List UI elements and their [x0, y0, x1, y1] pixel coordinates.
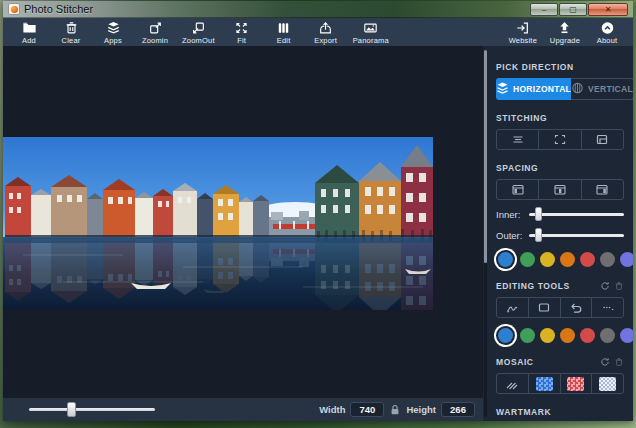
- color-swatch[interactable]: [600, 252, 615, 267]
- zoom-slider[interactable]: [29, 402, 155, 417]
- zoom-out-icon: [191, 21, 206, 35]
- color-swatch[interactable]: [600, 328, 615, 343]
- upgrade-button[interactable]: Upgrade: [545, 18, 585, 46]
- editing-tools-label: EDITING TOOLS: [496, 281, 570, 291]
- spacing-right-button[interactable]: [581, 180, 623, 199]
- website-button[interactable]: Website: [503, 18, 543, 46]
- trash-icon: [64, 21, 79, 35]
- color-swatch[interactable]: [498, 328, 513, 343]
- mosaic-label: MOSAIC: [496, 357, 534, 367]
- undo-button[interactable]: [560, 298, 592, 317]
- stitch-crop-line-button[interactable]: [581, 130, 623, 149]
- mosaic-blue-texture: [536, 377, 553, 391]
- panorama-button[interactable]: Panorama: [348, 18, 394, 46]
- website-icon: [515, 21, 530, 35]
- horizontal-layers-icon: [496, 82, 509, 96]
- color-swatch[interactable]: [560, 328, 575, 343]
- window-title: Photo Stitcher: [24, 3, 93, 15]
- spacing-left-button[interactable]: [497, 180, 538, 199]
- mosaic-reset-icon[interactable]: [600, 357, 610, 367]
- color-swatch[interactable]: [520, 328, 535, 343]
- mosaic-blue-button[interactable]: [528, 374, 560, 393]
- sidebar-scrollbar[interactable]: [484, 50, 487, 263]
- close-button[interactable]: ✕: [588, 3, 628, 16]
- sidebar-scrollbar-track: [484, 50, 487, 417]
- stitch-crop-button[interactable]: [538, 130, 580, 149]
- spacing-options: [496, 179, 624, 200]
- rectangle-tool-button[interactable]: [528, 298, 560, 317]
- color-swatch[interactable]: [498, 252, 513, 267]
- color-swatch[interactable]: [540, 252, 555, 267]
- zoom-in-button[interactable]: Zoomin: [135, 18, 175, 46]
- mosaic-light-button[interactable]: [591, 374, 623, 393]
- zoom-out-button[interactable]: ZoomOut: [177, 18, 220, 46]
- app-icon: [8, 3, 20, 15]
- upgrade-icon: [557, 21, 572, 35]
- inner-spacing-label: Inner:: [496, 209, 529, 220]
- minimize-button[interactable]: –: [530, 3, 558, 16]
- vertical-split-icon: [571, 82, 584, 96]
- canvas-area: Width Height: [3, 46, 483, 421]
- color-swatch[interactable]: [620, 252, 633, 267]
- mosaic-red-button[interactable]: [560, 374, 592, 393]
- color-swatch[interactable]: [540, 328, 555, 343]
- stitching-label: STITCHING: [496, 113, 624, 123]
- panorama-icon: [363, 21, 378, 35]
- about-button[interactable]: About: [587, 18, 627, 46]
- editing-reset-icon[interactable]: [600, 281, 610, 291]
- width-input[interactable]: [350, 402, 384, 417]
- about-icon: [600, 21, 615, 35]
- watermark-label: WARTMARK: [496, 407, 624, 417]
- mosaic-light-texture: [599, 377, 616, 391]
- mosaic-red-texture: [567, 377, 584, 391]
- desktop-background: Photo Stitcher – ▢ ✕ Add Clear Apps: [0, 0, 636, 428]
- vertical-button[interactable]: VERTICAL: [571, 78, 633, 100]
- folder-add-icon: [22, 21, 37, 35]
- zoom-in-icon: [148, 21, 163, 35]
- more-tools-button[interactable]: [591, 298, 623, 317]
- width-label: Width: [319, 404, 345, 415]
- fit-icon: [234, 21, 249, 35]
- edit-button[interactable]: Edit: [264, 18, 304, 46]
- horizontal-button[interactable]: HORIZONTAL: [496, 78, 571, 100]
- draw-tool-button[interactable]: [497, 298, 528, 317]
- spacing-middle-button[interactable]: [538, 180, 580, 199]
- editing-color-swatches: [496, 326, 624, 344]
- color-swatch[interactable]: [520, 252, 535, 267]
- outer-spacing-slider[interactable]: [529, 228, 624, 242]
- height-input[interactable]: [441, 402, 475, 417]
- edit-panels-icon: [276, 21, 291, 35]
- color-swatch[interactable]: [620, 328, 633, 343]
- lock-aspect-icon[interactable]: [389, 403, 401, 416]
- mosaic-options: [496, 373, 624, 394]
- fit-button[interactable]: Fit: [222, 18, 262, 46]
- outer-spacing-label: Outer:: [496, 230, 529, 241]
- color-swatch[interactable]: [580, 328, 595, 343]
- inner-spacing-slider[interactable]: [529, 207, 624, 221]
- layers-icon: [106, 21, 121, 35]
- stitch-lines-button[interactable]: [497, 130, 538, 149]
- mosaic-hatch-button[interactable]: [497, 374, 528, 393]
- settings-sidebar: PICK DIRECTION HORIZONTAL VERTICAL STITC…: [483, 46, 633, 421]
- export-icon: [318, 21, 333, 35]
- add-button[interactable]: Add: [9, 18, 49, 46]
- maximize-button[interactable]: ▢: [559, 3, 587, 16]
- direction-toggle: HORIZONTAL VERTICAL: [496, 78, 624, 100]
- panorama-image: [3, 137, 433, 310]
- bottom-bar: Width Height: [3, 398, 483, 421]
- stitching-options: [496, 129, 624, 150]
- title-bar: Photo Stitcher – ▢ ✕: [3, 1, 633, 18]
- color-swatch[interactable]: [580, 252, 595, 267]
- height-label: Height: [406, 404, 436, 415]
- mosaic-delete-icon[interactable]: [614, 357, 624, 367]
- app-window: Photo Stitcher – ▢ ✕ Add Clear Apps: [3, 1, 633, 421]
- export-button[interactable]: Export: [306, 18, 346, 46]
- color-swatch[interactable]: [560, 252, 575, 267]
- editing-tools-options: [496, 297, 624, 318]
- toolbar: Add Clear Apps Zoomin ZoomOut Fit: [3, 18, 633, 46]
- apps-button[interactable]: Apps: [93, 18, 133, 46]
- clear-button[interactable]: Clear: [51, 18, 91, 46]
- spacing-label: SPACING: [496, 163, 624, 173]
- editing-delete-icon[interactable]: [614, 281, 624, 291]
- spacing-color-swatches: [496, 250, 624, 268]
